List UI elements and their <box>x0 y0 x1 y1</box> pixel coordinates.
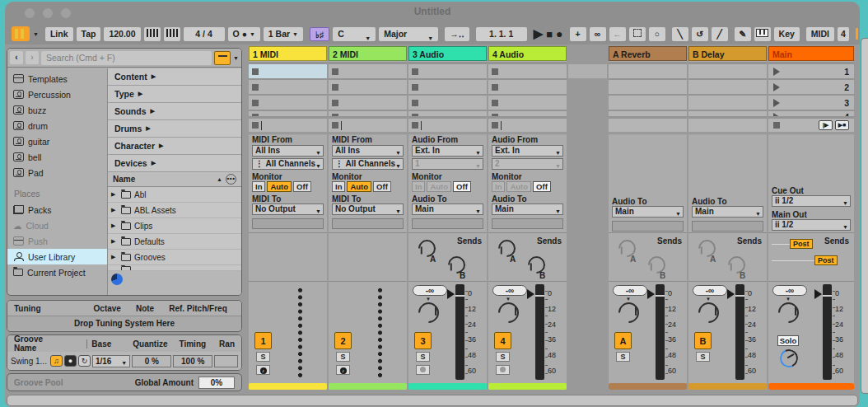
sidebar-item-pad[interactable]: Pad <box>7 165 107 180</box>
pan-knob[interactable] <box>694 298 723 327</box>
filter-icon[interactable] <box>214 51 231 65</box>
clip-slot[interactable] <box>249 96 327 110</box>
input-channel-select[interactable]: ⋮ All Channels▼ <box>252 158 324 170</box>
output-channel-box[interactable] <box>252 218 324 229</box>
monitor-off-button[interactable]: Off <box>533 181 551 192</box>
scene-play-icon[interactable] <box>773 83 784 91</box>
computer-midi-keyboard-button[interactable] <box>754 27 771 41</box>
clip-slot[interactable] <box>408 80 487 94</box>
global-amount-value[interactable]: 0% <box>198 377 235 389</box>
expand-arrow-icon[interactable]: ▶ <box>111 238 118 245</box>
solo-button[interactable]: S <box>256 352 270 362</box>
filter-content[interactable]: Content▶ <box>108 68 241 85</box>
clip-stop-icon[interactable] <box>252 84 259 91</box>
clip-slot[interactable] <box>249 80 327 94</box>
solo-button[interactable]: Solo <box>777 335 799 346</box>
stop-button[interactable]: ■ <box>546 28 553 40</box>
return-track-header[interactable]: A Reverb <box>609 46 687 61</box>
monitor-in-button[interactable]: In <box>252 181 265 192</box>
volume-field[interactable]: -∞ <box>693 285 727 296</box>
back-arrow-icon[interactable]: ‹ <box>10 51 23 64</box>
clip-slot[interactable] <box>329 80 407 94</box>
arm-button[interactable] <box>416 365 430 375</box>
nudge-up-button[interactable] <box>164 27 180 41</box>
root-note-select[interactable]: C▼ <box>333 27 376 41</box>
folder-row-grooves[interactable]: ▶Grooves <box>108 250 241 265</box>
groove-quantize-value[interactable]: 0 % <box>132 355 171 367</box>
input-type-select[interactable]: Ext. In▼ <box>492 145 563 157</box>
output-channel-box[interactable] <box>692 221 763 232</box>
pan-knob[interactable] <box>614 298 643 327</box>
scene-play-icon[interactable] <box>773 68 784 76</box>
send-a-post-button[interactable]: Post <box>790 239 813 249</box>
clip-stop-icon[interactable] <box>492 100 498 106</box>
tempo-field[interactable]: 120.00 <box>104 27 140 41</box>
volume-field[interactable]: -∞ <box>772 285 807 296</box>
scene-play-icon[interactable] <box>773 99 784 107</box>
return-activator-button[interactable]: A <box>614 332 632 349</box>
groove-base-select[interactable]: 1/16▼ <box>92 355 130 367</box>
sidebar-item-templates[interactable]: Templates <box>7 71 107 87</box>
fade-out-icon[interactable]: ╱ <box>712 27 728 41</box>
volume-field[interactable]: -∞ <box>413 285 447 296</box>
monitor-off-button[interactable]: Off <box>293 181 311 192</box>
clip-stop-row[interactable] <box>329 119 407 132</box>
track-activator-button[interactable]: 2 <box>334 332 352 349</box>
metronome-button[interactable]: O ● ▼ <box>228 27 260 41</box>
play-button[interactable]: ▶ <box>534 26 544 41</box>
level-meter[interactable] <box>735 284 744 380</box>
level-meter[interactable] <box>656 284 665 380</box>
output-select[interactable]: Main▼ <box>612 206 684 218</box>
midi-map-button[interactable]: MIDI <box>806 27 834 41</box>
follow-actions-button[interactable]: |▶ <box>819 120 833 130</box>
sidebar-item-user-library[interactable]: User Library <box>7 249 107 264</box>
clip-stop-row[interactable] <box>249 119 327 132</box>
groove-hotswap-icon[interactable]: ↻ <box>78 355 91 367</box>
monitor-in-button[interactable]: In <box>332 181 345 192</box>
arm-button[interactable]: ♪ <box>336 365 350 375</box>
scale-mode-toggle[interactable]: ♭♯ <box>310 27 329 41</box>
input-channel-select[interactable]: 1▼ <box>412 158 483 170</box>
monitor-auto-button[interactable]: Auto <box>267 181 292 192</box>
stop-all-clips-button[interactable] <box>773 122 780 129</box>
pan-knob[interactable] <box>414 298 443 327</box>
orange-bars-icon[interactable] <box>856 28 860 40</box>
track-header[interactable]: 3 Audio <box>408 46 487 61</box>
scene-row[interactable]: 2 <box>768 80 854 94</box>
monitor-auto-button[interactable]: Auto <box>427 181 451 192</box>
link-button[interactable]: Link <box>45 27 73 41</box>
follow-button[interactable]: →‥ <box>445 27 469 41</box>
clip-stop-icon[interactable] <box>412 68 418 75</box>
clip-stop-icon[interactable] <box>412 84 418 91</box>
expand-arrow-icon[interactable]: ▶ <box>111 222 118 229</box>
insert-scene-button[interactable]: + <box>570 27 586 41</box>
filter-devices[interactable]: Devices▶ <box>108 155 241 171</box>
folder-row-abl[interactable]: ▶Abl <box>108 187 241 203</box>
clip-stop-icon[interactable] <box>332 68 338 75</box>
clip-slot[interactable] <box>408 96 487 110</box>
return-activator-button[interactable]: B <box>694 332 712 349</box>
folder-row-clips[interactable]: ▶Clips <box>108 218 241 234</box>
clip-slot-selected[interactable] <box>249 64 327 78</box>
sidebar-item-buzz[interactable]: buzz <box>7 102 107 118</box>
ableton-logo-icon[interactable] <box>12 26 30 41</box>
pan-knob[interactable] <box>494 298 523 327</box>
folder-row-abl-assets[interactable]: ▶ABL Assets <box>108 203 241 218</box>
clip-stop-icon[interactable] <box>252 68 259 75</box>
groove-preview-icon[interactable]: ♫ <box>50 355 63 367</box>
solo-button[interactable]: S <box>336 352 350 362</box>
options-ellipsis-icon[interactable]: ••• <box>226 174 236 185</box>
pan-knob[interactable] <box>774 298 803 327</box>
volume-field[interactable]: -∞ <box>613 285 647 296</box>
output-select[interactable]: No Output▼ <box>252 204 324 215</box>
clip-stop-icon[interactable] <box>492 84 498 91</box>
search-input[interactable]: Search (Cmd + F) <box>41 51 212 65</box>
send-b-post-button[interactable]: Post <box>814 255 838 265</box>
output-channel-box[interactable] <box>492 218 563 229</box>
clip-stop-icon[interactable] <box>252 100 259 106</box>
quantization-menu[interactable]: 1 Bar ▼ <box>264 27 303 41</box>
clip-stop-icon[interactable] <box>332 122 338 129</box>
level-meter[interactable] <box>455 284 464 380</box>
output-select[interactable]: Main▼ <box>412 204 483 215</box>
sidebar-item-bell[interactable]: bell <box>7 149 107 165</box>
